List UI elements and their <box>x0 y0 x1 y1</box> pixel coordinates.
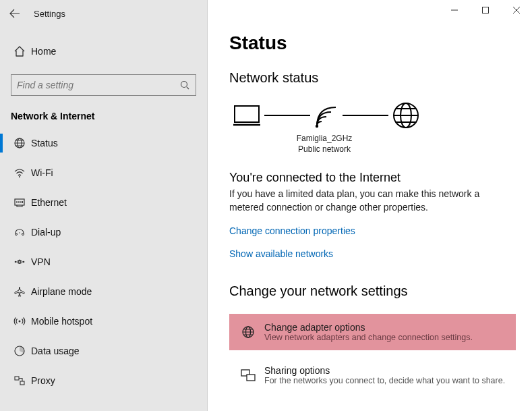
sidebar-item-dialup[interactable]: Dial-up <box>0 217 207 247</box>
search-box[interactable] <box>11 74 196 96</box>
setting-desc: View network adapters and change connect… <box>264 333 473 342</box>
sharing-icon <box>240 368 256 383</box>
setting-title: Sharing options <box>264 365 505 376</box>
sidebar-item-label: Proxy <box>28 375 55 386</box>
sidebar-item-label: Status <box>28 138 58 148</box>
connection-line <box>264 115 310 116</box>
close-icon <box>513 7 520 13</box>
connected-heading: You're connected to the Internet <box>229 171 516 185</box>
setting-desc: For the networks you connect to, decide … <box>264 376 505 385</box>
svg-point-7 <box>19 232 20 233</box>
sidebar-item-status[interactable]: Status <box>0 128 207 158</box>
diagram-label: Famiglia_2GHz Public network <box>280 133 368 155</box>
svg-point-17 <box>316 125 318 128</box>
sidebar-item-label: Home <box>28 46 56 57</box>
sidebar-item-ethernet[interactable]: Ethernet <box>0 188 207 217</box>
close-button[interactable] <box>501 0 532 20</box>
wifi-signal-icon <box>313 102 340 129</box>
search-input[interactable] <box>17 80 179 90</box>
svg-point-0 <box>181 82 187 88</box>
setting-title: Change adapter options <box>264 322 473 333</box>
connection-line <box>343 115 388 116</box>
title-bar: Settings <box>0 0 207 27</box>
network-ssid: Famiglia_2GHz <box>280 133 368 144</box>
svg-rect-10 <box>18 261 20 263</box>
app-title: Settings <box>30 9 65 19</box>
minimize-button[interactable] <box>439 0 470 20</box>
back-button[interactable] <box>0 0 30 27</box>
network-type: Public network <box>280 144 368 155</box>
search-icon <box>179 80 190 90</box>
svg-rect-23 <box>247 375 255 381</box>
proxy-icon <box>13 375 26 387</box>
sidebar-item-label: VPN <box>28 256 51 267</box>
wifi-icon <box>13 167 26 179</box>
data-usage-icon <box>13 345 26 357</box>
link-available-networks[interactable]: Show available networks <box>229 248 333 259</box>
sidebar-item-label: Mobile hotspot <box>28 316 92 327</box>
sidebar-item-label: Dial-up <box>28 227 61 238</box>
window-controls <box>439 0 532 20</box>
link-connection-properties[interactable]: Change connection properties <box>229 225 355 236</box>
adapter-globe-icon <box>241 325 256 339</box>
sidebar-item-vpn[interactable]: VPN <box>0 247 207 277</box>
sidebar-item-wifi[interactable]: Wi-Fi <box>0 158 207 188</box>
svg-point-3 <box>19 176 20 177</box>
svg-point-9 <box>23 261 25 263</box>
network-diagram <box>232 101 516 130</box>
hotspot-icon <box>13 315 26 327</box>
sidebar-item-label: Wi-Fi <box>28 167 53 178</box>
internet-globe-icon <box>391 101 421 130</box>
main-content: Status Network status Famiglia_2GHz Publ… <box>208 0 532 411</box>
globe-icon <box>13 137 26 149</box>
computer-icon <box>232 103 262 128</box>
arrow-left-icon <box>9 8 20 19</box>
svg-rect-13 <box>15 377 19 380</box>
setting-sharing-options[interactable]: Sharing options For the networks you con… <box>229 357 516 393</box>
sidebar-item-label: Data usage <box>28 346 80 356</box>
maximize-button[interactable] <box>470 0 501 20</box>
svg-point-6 <box>22 234 24 236</box>
sidebar-item-data-usage[interactable]: Data usage <box>0 336 207 366</box>
sidebar-item-airplane[interactable]: Airplane mode <box>0 277 207 306</box>
svg-rect-14 <box>20 381 24 385</box>
dialup-icon <box>13 226 26 238</box>
svg-point-5 <box>16 234 18 236</box>
home-icon <box>13 45 26 57</box>
section-network-status: Network status <box>229 70 516 86</box>
section-change-settings: Change your network settings <box>229 283 516 299</box>
minimize-icon <box>451 7 458 13</box>
sidebar-item-hotspot[interactable]: Mobile hotspot <box>0 306 207 336</box>
sidebar-item-label: Ethernet <box>28 197 67 208</box>
svg-point-11 <box>19 321 21 323</box>
setting-change-adapter[interactable]: Change adapter options View network adap… <box>229 314 516 350</box>
svg-rect-15 <box>483 7 489 13</box>
svg-point-8 <box>15 261 17 263</box>
ethernet-icon <box>13 196 26 209</box>
connected-body: If you have a limited data plan, you can… <box>229 188 506 214</box>
vpn-icon <box>13 256 26 268</box>
page-title: Status <box>229 32 516 54</box>
maximize-icon <box>482 7 489 13</box>
sidebar-section-title: Network & Internet <box>0 101 207 128</box>
airplane-icon <box>13 285 26 298</box>
sidebar-item-home[interactable]: Home <box>0 36 207 66</box>
sidebar: Settings Home Network & Internet St <box>0 0 208 411</box>
svg-rect-16 <box>235 106 259 122</box>
sidebar-item-proxy[interactable]: Proxy <box>0 366 207 395</box>
sidebar-item-label: Airplane mode <box>28 286 92 297</box>
